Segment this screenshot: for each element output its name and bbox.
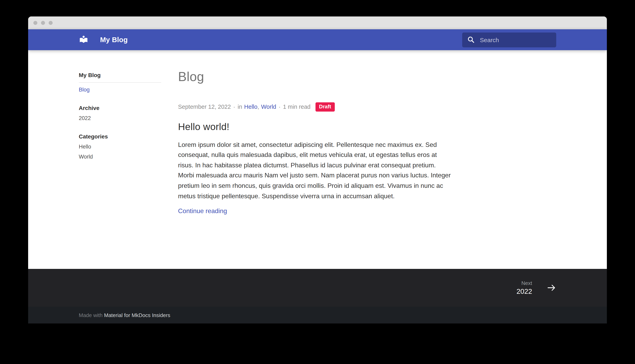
window-control-dot[interactable] xyxy=(33,21,37,25)
post-category-link-hello[interactable]: Hello xyxy=(244,104,257,110)
sidebar-item-hello[interactable]: Hello xyxy=(79,144,178,150)
category-comma: , xyxy=(257,104,259,110)
draft-badge: Draft xyxy=(315,102,335,111)
page-title: Blog xyxy=(178,69,455,85)
footer-nav: Next 2022 xyxy=(28,269,607,306)
desktop-background: My Blog My Blog Blog xyxy=(0,0,635,364)
sidebar-section-archive: Archive xyxy=(79,105,178,111)
main-content: Blog September 12, 2022 · in Hello, Worl… xyxy=(178,69,455,215)
post-title-link[interactable]: Hello world! xyxy=(178,121,455,132)
page-content: My Blog Blog Archive 2022 Categories Hel… xyxy=(28,50,607,269)
post-read-time: 1 min read xyxy=(283,104,310,110)
generator-link[interactable]: Material for MkDocs Insiders xyxy=(104,312,170,318)
sidebar-item-blog[interactable]: Blog xyxy=(79,87,178,93)
post-date: September 12, 2022 xyxy=(178,104,231,110)
made-with-label: Made with xyxy=(79,312,103,318)
post-in-label: in xyxy=(238,104,242,110)
footer: Next 2022 Made with Material f xyxy=(28,269,607,324)
continue-reading-link[interactable]: Continue reading xyxy=(178,208,227,215)
post-meta: September 12, 2022 · in Hello, World · 1… xyxy=(178,102,455,111)
footer-next-title: 2022 xyxy=(516,287,532,296)
sidebar-item-2022[interactable]: 2022 xyxy=(79,115,178,121)
site-title[interactable]: My Blog xyxy=(100,36,128,44)
sidebar-item-world[interactable]: World xyxy=(79,154,178,160)
made-with-text: Made with Material for MkDocs Insiders xyxy=(79,312,170,318)
sidebar-divider xyxy=(79,82,161,83)
site-logo-icon[interactable] xyxy=(79,35,88,44)
window-control-dot[interactable] xyxy=(41,21,45,25)
sidebar-section-categories: Categories xyxy=(79,133,178,140)
search-box[interactable] xyxy=(462,32,556,47)
footer-next-label: Next xyxy=(521,280,532,286)
window-control-dot[interactable] xyxy=(49,21,53,25)
meta-separator: · xyxy=(233,104,235,110)
sidebar-site-title: My Blog xyxy=(79,69,178,82)
meta-separator: · xyxy=(279,104,281,110)
footer-next-link[interactable]: Next 2022 xyxy=(516,280,556,296)
post-category-link-world[interactable]: World xyxy=(261,104,276,110)
post-excerpt: Lorem ipsum dolor sit amet, consectetur … xyxy=(178,140,452,201)
search-input[interactable] xyxy=(462,32,556,47)
sidebar: My Blog Blog Archive 2022 Categories Hel… xyxy=(79,69,178,164)
arrow-right-icon xyxy=(547,283,556,292)
footer-meta: Made with Material for MkDocs Insiders xyxy=(28,306,607,324)
site-header: My Blog xyxy=(28,29,607,50)
window-titlebar[interactable] xyxy=(28,16,607,29)
browser-window: My Blog My Blog Blog xyxy=(28,16,607,324)
